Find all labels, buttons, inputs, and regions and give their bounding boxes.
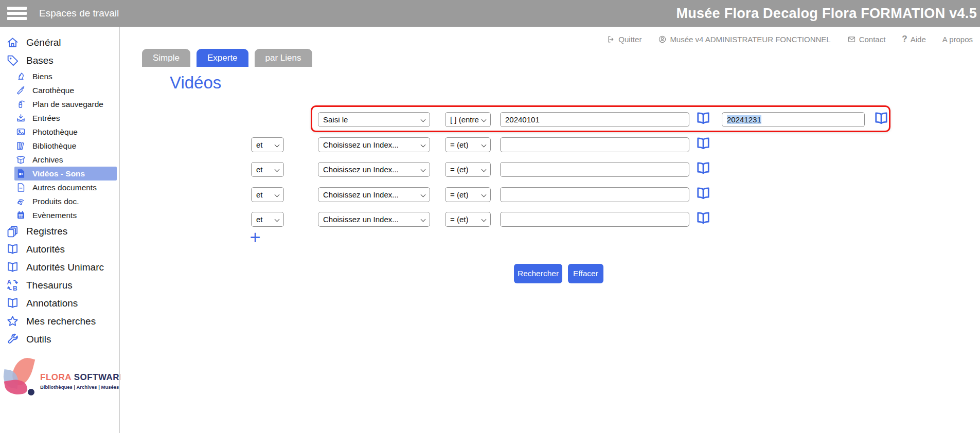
sidebar-item-videos-sons[interactable]: Vidéos - Sons <box>14 167 117 181</box>
mail-icon <box>847 35 856 44</box>
operator-select[interactable]: = (et) <box>445 137 491 152</box>
value-input[interactable] <box>500 137 689 152</box>
fire-extinguisher-icon <box>16 99 26 109</box>
quit-link[interactable]: Quitter <box>607 35 642 44</box>
translate-icon: AB <box>6 279 19 292</box>
sidebar-item-bibliotheque[interactable]: Bibliothèque <box>14 139 119 153</box>
help-link[interactable]: ? Aide <box>902 34 925 44</box>
svg-text:A: A <box>7 279 12 286</box>
user-circle-icon <box>658 35 667 44</box>
utility-header: Quitter Musée v4 ADMINISTRATEUR FONCTION… <box>607 34 973 44</box>
sidebar-item-label: Général <box>26 37 61 48</box>
sidebar-item-autorites-unimarc[interactable]: Autorités Unimarc <box>0 258 119 276</box>
open-book-icon <box>6 243 19 256</box>
value-input[interactable] <box>500 162 689 177</box>
app-title: Musée Flora Decalog Flora FORMATION v4.5 <box>676 0 977 27</box>
sidebar-item-mes-recherches[interactable]: Mes recherches <box>0 312 119 330</box>
tab-par-liens[interactable]: par Liens <box>255 49 312 67</box>
chevron-down-icon <box>275 167 280 172</box>
index-lookup-button[interactable] <box>696 111 711 126</box>
value-input[interactable] <box>500 212 689 227</box>
star-icon <box>6 315 19 328</box>
index-select[interactable]: Choisissez un Index... <box>318 137 430 152</box>
sidebar-item-entrees[interactable]: Entrées <box>14 111 119 125</box>
sidebar-item-produits-doc[interactable]: Produits doc. <box>14 194 119 208</box>
copies-icon <box>6 225 19 238</box>
sidebar-item-label: Plan de sauvegarde <box>32 100 103 109</box>
main-content: Quitter Musée v4 ADMINISTRATEUR FONCTION… <box>120 27 980 433</box>
sidebar-item-biens[interactable]: Biens <box>14 69 119 83</box>
operator-select[interactable]: = (et) <box>445 162 491 177</box>
inbox-download-icon <box>16 113 26 123</box>
tab-simple[interactable]: Simple <box>142 49 190 67</box>
sidebar-item-annotations[interactable]: Annotations <box>0 294 119 312</box>
operator-select[interactable]: = (et) <box>445 212 491 227</box>
index-lookup-button[interactable] <box>696 160 711 176</box>
sidebar-item-label: Evènements <box>32 211 77 220</box>
boolean-select[interactable]: et <box>251 137 284 152</box>
operator-select[interactable]: = (et) <box>445 187 491 202</box>
boolean-select[interactable]: et <box>251 162 284 177</box>
open-book-icon <box>6 297 19 310</box>
topbar: Espaces de travail Musée Flora Decalog F… <box>0 0 980 27</box>
plus-icon: + <box>250 227 260 248</box>
hamburger-menu-icon[interactable] <box>7 7 27 20</box>
boolean-select[interactable]: et <box>251 187 284 202</box>
chevron-down-icon <box>482 217 487 222</box>
open-book-icon <box>696 186 711 201</box>
logo-brand: FLORA SOFTWARE <box>40 372 126 383</box>
sidebar-item-archives[interactable]: Archives <box>14 153 119 167</box>
logout-icon <box>607 35 615 44</box>
index-lookup-button[interactable] <box>874 111 889 126</box>
user-label: Musée v4 ADMINISTRATEUR FONCTIONNEL <box>670 35 830 44</box>
index-select[interactable]: Choisissez un Index... <box>318 212 430 227</box>
sidebar-item-general[interactable]: Général <box>0 33 119 51</box>
value-from-input[interactable]: 20240101 <box>500 112 689 127</box>
index-select[interactable]: Choisissez un Index... <box>318 187 430 202</box>
sidebar-item-autorites[interactable]: Autorités <box>0 240 119 258</box>
operator-select[interactable]: [ ] (entre) <box>445 112 491 127</box>
about-label: A propos <box>942 35 973 44</box>
index-lookup-button[interactable] <box>696 186 711 201</box>
sidebar-item-label: Autorités <box>26 244 65 255</box>
wrench-icon <box>6 333 19 346</box>
sidebar-item-thesaurus[interactable]: AB Thesaurus <box>0 276 119 294</box>
sidebar-item-registres[interactable]: Registres <box>0 222 119 240</box>
chevron-down-icon <box>482 192 487 197</box>
search-button[interactable]: Rechercher <box>514 264 562 283</box>
search-mode-tabs: Simple Experte par Liens <box>142 49 312 67</box>
open-book-icon <box>696 111 711 126</box>
document-icon <box>16 183 26 192</box>
value-input[interactable] <box>500 187 689 202</box>
contact-link[interactable]: Contact <box>847 35 886 44</box>
index-select[interactable]: Saisi le <box>318 112 430 127</box>
archive-box-icon <box>16 155 26 165</box>
tab-experte[interactable]: Experte <box>197 49 248 67</box>
sidebar-item-autres-documents[interactable]: Autres documents <box>14 181 119 194</box>
sidebar-item-carotheque[interactable]: Carothèque <box>14 83 119 97</box>
about-link[interactable]: A propos <box>942 35 973 44</box>
index-lookup-button[interactable] <box>696 210 711 226</box>
clear-button[interactable]: Effacer <box>568 264 603 283</box>
sidebar-item-label: Produits doc. <box>32 197 79 206</box>
open-book-icon <box>696 136 711 151</box>
sidebar-item-label: Outils <box>26 334 51 345</box>
logo-tagline: Bibliothèques | Archives | Musées <box>40 384 119 390</box>
carrot-icon <box>16 85 26 95</box>
sidebar-item-plan-de-sauvegarde[interactable]: Plan de sauvegarde <box>14 97 119 111</box>
sidebar-item-bases[interactable]: Bases <box>0 51 119 69</box>
boolean-select[interactable]: et <box>251 212 284 227</box>
chevron-down-icon <box>421 192 426 197</box>
index-select[interactable]: Choisissez un Index... <box>318 162 430 177</box>
sidebar-item-phototheque[interactable]: Photothèque <box>14 125 119 139</box>
sidebar-item-label: Autorités Unimarc <box>26 262 104 273</box>
sidebar-item-evenements[interactable]: Evènements <box>14 208 119 222</box>
value-to-input[interactable]: 20241231 <box>722 112 865 127</box>
logo-brand-secondary: SOFTWARE <box>74 372 126 382</box>
user-menu[interactable]: Musée v4 ADMINISTRATEUR FONCTIONNEL <box>658 35 830 44</box>
add-criteria-row-button[interactable]: + <box>247 229 263 247</box>
sidebar-item-outils[interactable]: Outils <box>0 330 119 348</box>
index-lookup-button[interactable] <box>696 136 711 151</box>
sidebar-item-label: Registres <box>26 226 67 237</box>
chevron-down-icon <box>275 192 280 197</box>
